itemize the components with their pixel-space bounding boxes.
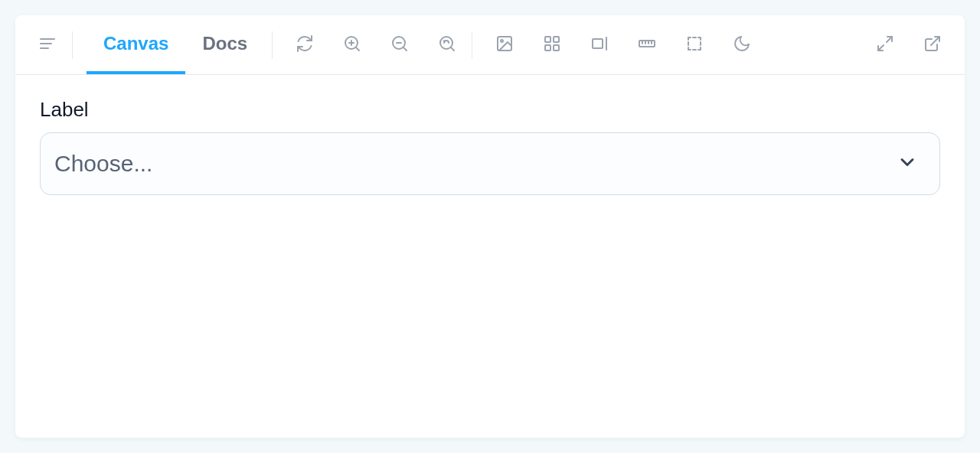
divider [72, 31, 73, 59]
zoom-out-button[interactable] [383, 28, 416, 62]
select-placeholder: Choose... [54, 151, 152, 177]
svg-rect-15 [554, 37, 559, 42]
field-label: Label [40, 98, 940, 122]
image-icon [495, 34, 514, 56]
svg-rect-16 [545, 45, 550, 51]
zoom-reset-icon [438, 34, 456, 56]
zoom-group [288, 28, 464, 62]
refresh-icon [296, 34, 314, 56]
canvas-content: Label Choose... [15, 75, 965, 218]
toolbar: Canvas Docs [15, 15, 965, 75]
open-external-button[interactable] [916, 28, 949, 62]
zoom-in-icon [343, 34, 361, 56]
fullscreen-icon [876, 34, 894, 56]
zoom-out-icon [390, 34, 409, 56]
svg-point-13 [501, 40, 503, 42]
divider [272, 31, 273, 59]
window-group [868, 28, 949, 62]
tab-canvas[interactable]: Canvas [87, 15, 185, 74]
image-button[interactable] [488, 28, 521, 62]
svg-line-29 [931, 37, 939, 45]
zoom-reset-button[interactable] [430, 28, 464, 62]
menu-icon [38, 34, 57, 56]
refresh-button[interactable] [288, 28, 322, 62]
grid-button[interactable] [535, 28, 569, 62]
moon-icon [733, 34, 751, 56]
outline-button[interactable] [678, 28, 711, 62]
sidebar-icon [590, 34, 609, 56]
svg-rect-17 [554, 45, 559, 51]
view-group [488, 28, 759, 62]
tab-canvas-label: Canvas [103, 33, 168, 54]
svg-line-8 [403, 47, 407, 50]
svg-rect-19 [593, 39, 603, 48]
tab-docs[interactable]: Docs [185, 15, 264, 74]
outline-icon [685, 34, 704, 56]
ruler-button[interactable] [630, 28, 664, 62]
app-card: Canvas Docs [15, 15, 965, 438]
zoom-in-button[interactable] [335, 28, 369, 62]
theme-button[interactable] [725, 28, 759, 62]
external-link-icon [923, 34, 942, 56]
svg-line-11 [451, 47, 454, 50]
chevron-down-icon [897, 152, 918, 176]
tab-docs-label: Docs [202, 33, 247, 54]
divider [472, 31, 472, 59]
select-input[interactable]: Choose... [40, 132, 940, 195]
grid-icon [543, 34, 561, 56]
svg-line-4 [356, 47, 359, 50]
svg-rect-14 [545, 37, 550, 42]
tabs: Canvas Docs [87, 15, 264, 74]
fullscreen-button[interactable] [868, 28, 902, 62]
menu-button[interactable] [31, 28, 64, 62]
ruler-icon [638, 34, 656, 56]
sidebar-button[interactable] [583, 28, 616, 62]
